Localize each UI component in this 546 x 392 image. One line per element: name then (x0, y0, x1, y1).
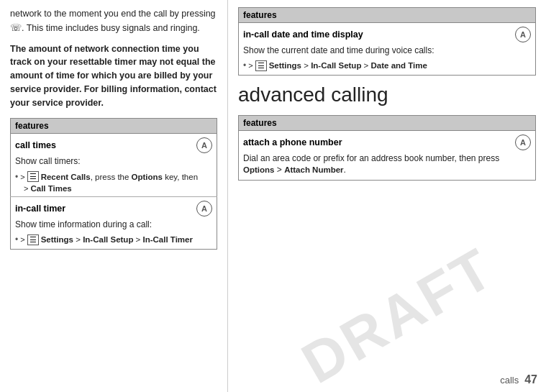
feature-in-call-date-desc: Show the current date and time during vo… (243, 45, 531, 57)
feature-in-call-timer-title: in-call timer A (15, 201, 212, 216)
in-call-timer-nav-text: Settings > In-Call Setup > In-Call Timer (41, 235, 193, 244)
arrow-3: > (20, 235, 24, 244)
feature-attach-phone: attach a phone number A Dial an area cod… (239, 130, 536, 181)
feature-in-call-timer-nav: • > ☰ Settings > In-Call Setup > In-Call… (15, 234, 212, 245)
feature-attach-phone-label: attach a phone number (243, 137, 342, 147)
call-times-bold: Call Times (30, 184, 71, 193)
in-call-date-nav-text: Settings > In-Call Setup > Date and Time (269, 61, 427, 70)
arrow-1: > (20, 173, 24, 181)
feature-call-times-label: call times (15, 140, 56, 150)
accessibility-icon-2: A (196, 201, 212, 216)
left-column: network to the moment you end the call b… (0, 0, 227, 392)
footer-label: calls (500, 375, 519, 386)
intro-text: network to the moment you end the call b… (10, 7, 217, 35)
feature-attach-phone-options: Options > Attach Number. (243, 165, 346, 175)
features-header-right-bottom: features (239, 115, 536, 130)
feature-attach-phone-title: attach a phone number A (243, 135, 531, 150)
feature-in-call-date-label: in-call date and time display (243, 29, 363, 40)
arrow-2: > (24, 184, 28, 193)
intro-text-part2: . This time includes busy signals and ri… (22, 23, 200, 33)
page-number: 47 (524, 373, 537, 386)
features-table-right-top: features in-call date and time display A… (238, 7, 536, 76)
feature-in-call-date-title: in-call date and time display A (243, 27, 531, 42)
feature-in-call-timer-desc: Show time information during a call: (15, 219, 212, 231)
feature-in-call-date: in-call date and time display A Show the… (239, 23, 536, 76)
feature-attach-phone-desc: Dial an area code or prefix for an addre… (243, 152, 531, 177)
accessibility-icon-3: A (515, 27, 531, 42)
bold-paragraph: The amount of network connection time yo… (10, 42, 217, 110)
features-header-left: features (11, 119, 217, 134)
intro-text-part1: network to the moment you end the call b… (10, 9, 216, 19)
feature-call-times-nav: • > ☰ Recent Calls, press the Options ke… (15, 171, 212, 193)
right-column: features in-call date and time display A… (227, 0, 546, 392)
feature-attach-phone-desc-text: Dial an area code or prefix for an addre… (243, 153, 499, 163)
feature-call-times-nav-text: Recent Calls, press the Options key, the… (41, 173, 198, 181)
settings-icon-1: ☰ (27, 234, 39, 245)
feature-in-call-date-nav: • > ☰ Settings > In-Call Setup > Date an… (243, 60, 531, 71)
feature-call-times-desc: Show call timers: (15, 155, 212, 168)
features-table-left: features call times A Show call timers: … (10, 118, 217, 250)
draft-watermark: DRAFT (291, 234, 505, 392)
settings-icon-2: ☰ (255, 60, 267, 71)
section-heading-advanced-calling: advanced calling (238, 84, 536, 106)
feature-in-call-timer: in-call timer A Show time information du… (11, 197, 217, 250)
accessibility-icon-1: A (196, 137, 212, 153)
feature-call-times-title: call times A (15, 137, 212, 153)
feature-in-call-timer-label: in-call timer (15, 204, 65, 214)
feature-call-times: call times A Show call timers: • > ☰ Rec… (11, 134, 217, 197)
phone-icon: ☏ (10, 22, 22, 33)
features-table-right-bottom: features attach a phone number A Dial an… (238, 115, 536, 181)
features-header-right-top: features (239, 8, 536, 23)
recent-calls-icon: ☰ (27, 171, 39, 182)
arrow-4: > (248, 61, 252, 70)
page-footer: calls 47 (500, 373, 537, 386)
accessibility-icon-4: A (515, 135, 531, 150)
